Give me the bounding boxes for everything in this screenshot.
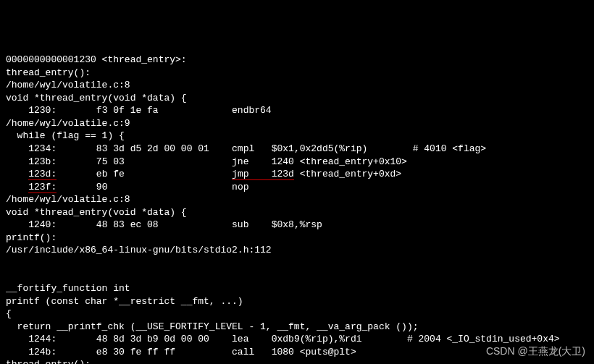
asm-addr-highlight: 123d:: [28, 169, 57, 180]
asm-hex: eb fe: [57, 169, 232, 179]
asm-inst-tail: <thread_entry+0xd>: [294, 169, 401, 179]
asm-hex: 75 03: [57, 156, 232, 167]
disassembly-output: 0000000000001230 <thread_entry>: thread_…: [6, 54, 588, 364]
line-func-label: thread_entry():: [6, 67, 91, 78]
asm-hex: 48 8d 3d b9 0d 00 00: [57, 334, 232, 344]
asm-inst: cmpl $0x1,0x2dd5(%rip) # 4010 <flag>: [232, 143, 486, 154]
line-source-path: /home/wyl/volatile.c:8: [6, 80, 130, 90]
asm-hex: e8 30 fe ff ff: [57, 347, 232, 357]
asm-inst-highlight-target: 123d: [272, 169, 294, 180]
asm-inst: sub $0x8,%rsp: [232, 219, 322, 230]
line-source-path: /home/wyl/volatile.c:9: [6, 118, 130, 129]
asm-addr: 1244:: [6, 334, 57, 344]
asm-addr-highlight: 123f:: [28, 182, 57, 193]
line-source: {: [6, 308, 12, 319]
asm-inst: call 1080 <puts@plt>: [232, 347, 356, 357]
asm-addr: 1234:: [6, 143, 57, 154]
asm-inst-highlight-jmp: jmp: [232, 169, 272, 180]
line-symbol-header: 0000000000001230 <thread_entry>:: [6, 54, 187, 65]
line-source-path: /usr/include/x86_64-linux-gnu/bits/stdio…: [6, 245, 272, 255]
asm-hex: f3 0f 1e fa: [57, 105, 232, 116]
line-source: return __printf_chk (__USE_FORTIFY_LEVEL…: [6, 321, 419, 332]
asm-addr: 1230:: [6, 105, 57, 116]
watermark: CSDN @王燕龙(大卫): [486, 344, 585, 358]
asm-hex: 90: [57, 182, 232, 192]
line-source: while (flag == 1) {: [6, 130, 125, 141]
indent: [6, 182, 28, 192]
asm-addr: 123b:: [6, 156, 57, 167]
asm-inst: jne 1240 <thread_entry+0x10>: [232, 156, 407, 167]
line-source: printf (const char *__restrict __fmt, ..…: [6, 296, 243, 307]
asm-hex: 48 83 ec 08: [57, 219, 232, 230]
line-func-label: printf():: [6, 232, 57, 243]
indent: [6, 169, 28, 179]
asm-inst: lea 0xdb9(%rip),%rdi # 2004 <_IO_stdin_u…: [232, 334, 559, 344]
line-source: __fortify_function int: [6, 283, 130, 294]
line-source: void *thread_entry(void *data) {: [6, 207, 187, 218]
line-source-path: /home/wyl/volatile.c:8: [6, 194, 130, 205]
asm-addr: 1240:: [6, 219, 57, 230]
asm-addr: 124b:: [6, 347, 57, 357]
asm-inst: nop: [232, 182, 248, 192]
asm-inst: endbr64: [232, 105, 272, 116]
asm-hex: 83 3d d5 2d 00 00 01: [57, 143, 232, 154]
line-source: void *thread_entry(void *data) {: [6, 93, 187, 103]
line-func-label: thread_entry():: [6, 359, 91, 364]
